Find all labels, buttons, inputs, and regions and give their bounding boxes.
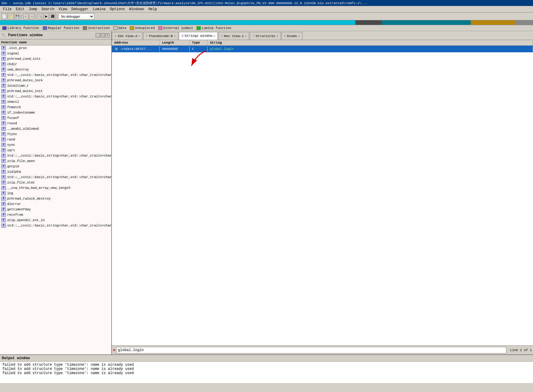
tab-enum-close[interactable]: ✕ [298,34,300,38]
col-string: String [208,40,533,45]
func-item-23[interactable]: fisalpha [0,169,111,174]
func-item-1[interactable]: fsignal [0,51,111,56]
bottom-input-field[interactable] [116,347,506,353]
functions-list[interactable]: f.init_procfsignalfpthread_cond_initfchd… [0,45,111,354]
panel-maximize[interactable]: □ [100,33,105,37]
toolbar-forward[interactable]: → [29,13,34,19]
func-name-17: rand [7,138,15,141]
tab-ida-close[interactable]: ✕ [138,34,140,38]
func-name-7: localtime_r [7,84,29,88]
func-item-14[interactable]: fround [0,121,111,126]
functions-col-header: Function name [0,39,111,45]
panel-minimize[interactable]: _ [96,33,100,37]
func-item-27[interactable]: flog [0,191,111,196]
tab-strings-close[interactable]: ✕ [214,34,215,38]
func-item-31[interactable]: frecvfrom [0,212,111,218]
func-item-5[interactable]: fstd::__cxx11::basic_string<char,std::ch… [0,72,111,78]
func-item-12[interactable]: fif_indextoname [0,110,111,115]
debugger-combo[interactable]: No debugger [58,13,94,19]
toolbar-save[interactable]: 💾 [14,13,20,19]
func-item-20[interactable]: fstd::__cxx11::basic_string<char,std::ch… [0,153,111,158]
func-icon-16: f [1,132,6,136]
menu-view[interactable]: View [57,7,69,12]
menu-options[interactable]: Options [108,7,127,12]
func-item-11[interactable]: ffnmatch [0,105,111,110]
func-item-26[interactable]: f__cxa_throw_bad_array_new_length [0,185,111,191]
menu-lumina[interactable]: Lumina [91,7,107,12]
func-item-3[interactable]: fchdir [0,62,111,67]
func-item-0[interactable]: f.init_proc [0,45,111,51]
func-item-28[interactable]: fpthread_rwlock_destroy [0,196,111,201]
tab-hex-view-1[interactable]: H Hex View-1 ✕ [218,32,249,40]
func-item-13[interactable]: ffscanf [0,115,111,121]
menu-edit[interactable]: Edit [14,7,26,12]
func-item-9[interactable]: fstd::__cxx11::basic_string<char,std::ch… [0,94,111,99]
toolbar-search[interactable]: 🔍 [37,13,43,19]
func-item-24[interactable]: fstd::__cxx11::basic_string<char,std::ch… [0,174,111,180]
func-item-2[interactable]: fpthread_cond_init [0,56,111,62]
tab-struct-close[interactable]: ✕ [276,34,278,38]
func-item-33[interactable]: fstd::__cxx11::basic_string<char,std::ch… [0,223,111,228]
func-icon-26: f [1,186,6,190]
func-item-21[interactable]: fzzip_file_open [0,158,111,164]
col-address: Address [112,40,160,45]
func-name-10: shmctl [7,100,19,104]
func-item-6[interactable]: fpthread_mutex_lock [0,78,111,83]
func-item-18[interactable]: fsync [0,142,111,148]
menu-search[interactable]: Search [39,7,56,12]
string-row-0[interactable]: A .rodata:007A7... 0000000D C global.log… [112,46,533,52]
tab-ida-view-a[interactable]: A IDA View-A ✕ [112,32,143,40]
legend-bar: Library function Regular function Instru… [0,25,533,31]
func-item-29[interactable]: fdlerror [0,201,111,207]
bottom-input-bar: ✱ Line 1 of 1 [112,345,533,354]
func-name-23: isalpha [7,170,21,174]
toolbar-stop[interactable]: ⬛ [50,13,56,19]
func-icon-33: f [1,223,6,228]
func-item-15[interactable]: f__aeabi_uldivmod [0,126,111,131]
toolbar-new[interactable]: 📄 [1,13,7,19]
menu-jump[interactable]: Jump [27,7,39,12]
func-item-19[interactable]: fsqrt [0,148,111,153]
toolbar-run[interactable]: ▶ [44,13,49,19]
tab-pseudocode-b[interactable]: P Pseudocode-B ✕ [143,32,178,40]
func-item-16[interactable]: ffsync [0,131,111,137]
func-icon-13: f [1,116,6,120]
col-type: Type [190,40,208,45]
panel-close[interactable]: × [105,33,109,37]
toolbar-back[interactable]: ← [23,13,28,19]
func-name-21: zzip_file_open [7,159,35,163]
func-item-8[interactable]: fpthread_mutex_init [0,88,111,94]
legend-unexplored-label: Unexplored [135,26,155,30]
func-icon-18: f [1,143,6,147]
menu-windows[interactable]: Windows [127,7,146,12]
tab-enums[interactable]: E Enums ✕ [281,32,302,40]
func-icon-20: f [1,154,6,158]
strings-table-area[interactable]: Address Length Type String A .rodata:007… [112,40,533,345]
menu-help[interactable]: Help [147,7,159,12]
output-content[interactable]: failed to add structure type 'timezone':… [0,362,533,383]
func-item-32[interactable]: fzzip_opendir_ext_io [0,218,111,223]
main-layout: 🔧 Functions window _ □ × Function name f… [0,31,533,354]
tab-strings-window[interactable]: S Strings window ✕ [179,32,218,40]
func-item-22[interactable]: fgetpid [0,164,111,169]
func-icon-23: f [1,170,6,174]
func-item-7[interactable]: flocaltime_r [0,83,111,88]
menu-file[interactable]: File [1,7,13,12]
func-name-30: gettimeofday [7,208,31,211]
func-item-25[interactable]: fzzip_file_stat [0,180,111,185]
func-item-10[interactable]: fshmctl [0,99,111,105]
segment-bar [0,20,533,25]
func-item-30[interactable]: fgettimeofday [0,207,111,212]
toolbar: 📄 📂 💾 ← → 🔍 ▶ ⬛ No debugger [0,13,533,20]
legend-external-label: External symbol [163,26,193,30]
func-item-4[interactable]: fsem_destroy [0,67,111,72]
legend-instruction: Instruction [83,26,110,30]
func-name-26: __cxa_throw_bad_array_new_length [7,186,70,190]
menu-debugger[interactable]: Debugger [69,7,90,12]
tab-pseudo-close[interactable]: ✕ [174,34,176,38]
toolbar-sep-3 [57,14,57,19]
tab-hex-close[interactable]: ✕ [245,34,246,38]
toolbar-open[interactable]: 📂 [8,13,14,19]
func-item-17[interactable]: frand [0,137,111,142]
tab-structures[interactable]: T Structures ✕ [250,32,281,40]
